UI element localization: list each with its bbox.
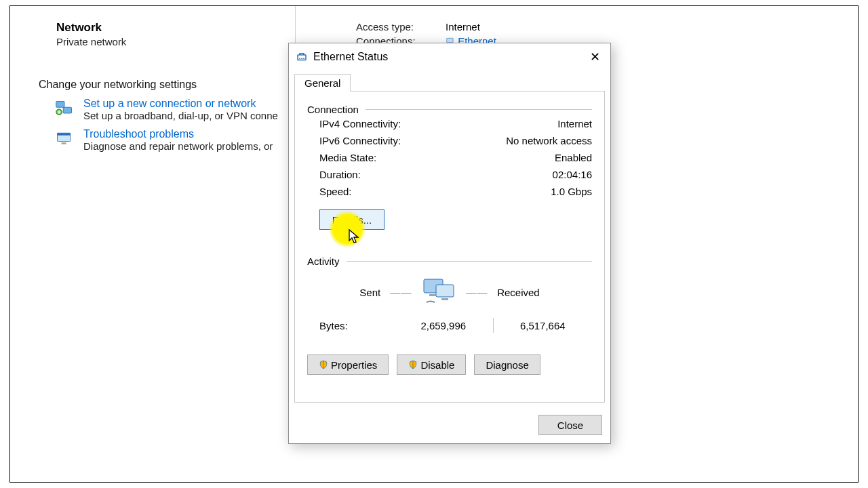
disable-button[interactable]: Disable <box>397 354 466 375</box>
troubleshoot-item[interactable]: Troubleshoot problems Diagnose and repai… <box>55 128 323 152</box>
speed-label: Speed: <box>319 186 497 197</box>
ipv6-value: No network access <box>497 135 592 146</box>
ipv6-label: IPv6 Connectivity: <box>319 135 497 146</box>
svg-rect-5 <box>62 142 66 144</box>
speed-value: 1.0 Gbps <box>497 186 592 197</box>
svg-rect-8 <box>298 55 306 60</box>
tab-general[interactable]: General <box>294 74 351 92</box>
dialog-titlebar: Ethernet Status ✕ <box>289 43 610 70</box>
activity-computer-icon <box>421 277 456 308</box>
media-state-row: Media State: Enabled <box>307 149 592 166</box>
ethernet-status-dialog: Ethernet Status ✕ General Connection IPv… <box>288 43 611 444</box>
change-settings-heading: Change your networking settings <box>39 79 323 91</box>
dialog-title: Ethernet Status <box>313 51 388 63</box>
activity-visual: Sent —— —— Received <box>307 277 592 308</box>
svg-rect-12 <box>441 298 448 300</box>
action-buttons-row: Properties Disable Diagnose <box>307 354 592 375</box>
details-button[interactable]: Details... <box>319 209 384 230</box>
ipv6-row: IPv6 Connectivity: No network access <box>307 132 592 149</box>
duration-row: Duration: 02:04:16 <box>307 166 592 183</box>
ethernet-icon <box>296 51 308 63</box>
sent-label: Sent <box>359 287 380 298</box>
ipv4-label: IPv4 Connectivity: <box>319 118 497 129</box>
setup-connection-link[interactable]: Set up a new connection or network <box>83 98 278 110</box>
access-type-row: Access type: Internet <box>356 21 842 33</box>
connection-group-title: Connection <box>307 104 592 115</box>
close-icon: ✕ <box>590 49 600 64</box>
svg-rect-4 <box>58 133 71 136</box>
access-type-label: Access type: <box>356 21 427 33</box>
shield-icon <box>408 360 418 369</box>
connection-wizard-icon <box>55 99 74 118</box>
shield-icon <box>319 360 328 369</box>
diagnose-button[interactable]: Diagnose <box>474 354 540 375</box>
close-button[interactable]: Close <box>538 415 602 435</box>
activity-dash-right: —— <box>466 287 488 298</box>
bytes-row: Bytes: 2,659,996 6,517,664 <box>307 314 592 334</box>
activity-dash-left: —— <box>390 287 412 298</box>
troubleshoot-link[interactable]: Troubleshoot problems <box>83 128 273 140</box>
setup-connection-desc: Set up a broadband, dial-up, or VPN conn… <box>83 110 278 121</box>
svg-rect-0 <box>56 102 64 108</box>
network-subtitle: Private network <box>56 36 323 47</box>
tab-strip: General <box>289 70 610 91</box>
duration-label: Duration: <box>319 169 497 180</box>
received-label: Received <box>497 287 540 298</box>
svg-rect-6 <box>447 38 453 42</box>
svg-rect-1 <box>63 107 71 113</box>
setup-connection-item[interactable]: Set up a new connection or network Set u… <box>55 98 323 121</box>
tab-panel-general: Connection IPv4 Connectivity: Internet I… <box>294 91 605 403</box>
dialog-footer: Close <box>289 408 610 443</box>
troubleshoot-icon <box>55 129 74 148</box>
bytes-sent-value: 2,659,996 <box>394 320 493 331</box>
titlebar-close-button[interactable]: ✕ <box>579 43 610 70</box>
duration-value: 02:04:16 <box>497 169 592 180</box>
ipv4-row: IPv4 Connectivity: Internet <box>307 115 592 132</box>
ipv4-value: Internet <box>497 118 592 129</box>
troubleshoot-desc: Diagnose and repair network problems, or <box>83 140 273 152</box>
media-state-value: Enabled <box>497 152 592 163</box>
bytes-received-value: 6,517,664 <box>494 320 593 331</box>
svg-rect-10 <box>436 285 454 297</box>
svg-rect-11 <box>429 294 436 296</box>
access-type-value: Internet <box>446 21 480 33</box>
speed-row: Speed: 1.0 Gbps <box>307 183 592 200</box>
activity-group-title: Activity <box>307 256 592 267</box>
network-heading: Network <box>56 21 323 35</box>
properties-button[interactable]: Properties <box>307 354 389 375</box>
media-state-label: Media State: <box>319 152 497 163</box>
bytes-label: Bytes: <box>319 320 394 331</box>
